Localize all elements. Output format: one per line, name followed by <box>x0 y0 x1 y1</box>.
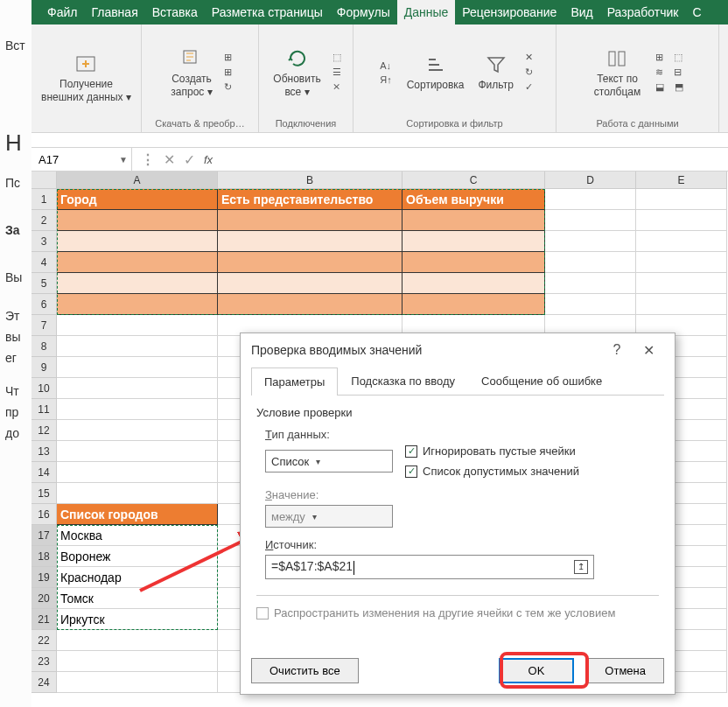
cell[interactable]: Краснодар <box>57 567 218 588</box>
cancel-button[interactable]: Отмена <box>586 658 664 683</box>
cell[interactable] <box>636 210 727 231</box>
cell[interactable] <box>218 252 402 273</box>
cell[interactable] <box>218 273 402 294</box>
cell[interactable] <box>57 483 218 504</box>
row-header-23[interactable]: 23 <box>32 651 57 672</box>
cell[interactable]: Город <box>57 189 218 210</box>
cell[interactable] <box>545 231 636 252</box>
cell[interactable] <box>402 210 545 231</box>
cell[interactable] <box>57 294 218 315</box>
ignore-blank-checkbox[interactable]: ✓ Игнорировать пустые ячейки <box>405 444 579 458</box>
tab-developer[interactable]: Разработчик <box>600 0 686 24</box>
row-header-4[interactable]: 4 <box>32 252 57 273</box>
cell[interactable] <box>57 231 218 252</box>
tab-input-hint[interactable]: Подсказка по вводу <box>338 367 468 395</box>
cell[interactable] <box>545 189 636 210</box>
row-header-5[interactable]: 5 <box>32 273 57 294</box>
col-header-B[interactable]: B <box>218 172 402 189</box>
cell[interactable] <box>57 252 218 273</box>
cancel-icon[interactable]: ✕ <box>164 151 175 168</box>
cell[interactable] <box>402 273 545 294</box>
cell[interactable]: Москва <box>57 525 218 546</box>
mini-btn[interactable]: ⊞ <box>221 51 234 64</box>
select-all-triangle[interactable] <box>32 172 57 189</box>
refresh-all-button[interactable]: Обновить все ▾ <box>268 43 326 102</box>
cell[interactable] <box>636 189 727 210</box>
cell[interactable] <box>402 231 545 252</box>
cell[interactable] <box>545 294 636 315</box>
mini-btn[interactable]: ⊟ <box>671 66 684 79</box>
row-header-9[interactable]: 9 <box>32 357 57 378</box>
row-header-3[interactable]: 3 <box>32 231 57 252</box>
clear-all-button[interactable]: Очистить все <box>251 658 359 683</box>
source-range-input[interactable]: =$A$17:$A$21 ↥ <box>265 555 594 579</box>
cell[interactable] <box>636 273 727 294</box>
cell[interactable] <box>57 273 218 294</box>
row-header-24[interactable]: 24 <box>32 672 57 693</box>
cell[interactable] <box>57 630 218 651</box>
row-header-19[interactable]: 19 <box>32 567 57 588</box>
mini-btn[interactable]: ✕ <box>522 51 536 64</box>
mini-btn[interactable]: ⬚ <box>330 51 344 64</box>
tab-home[interactable]: Главная <box>84 0 144 24</box>
tab-more[interactable]: С <box>685 0 708 24</box>
get-external-data-button[interactable]: Получение внешних данных ▾ <box>36 48 136 107</box>
row-header-11[interactable]: 11 <box>32 399 57 420</box>
sort-asc-button[interactable]: А↓ <box>377 60 394 72</box>
col-header-D[interactable]: D <box>545 172 636 189</box>
cell[interactable]: Есть представительство <box>218 189 402 210</box>
close-button[interactable]: ✕ <box>633 342 664 359</box>
tab-page-layout[interactable]: Разметка страницы <box>205 0 330 24</box>
more-icon[interactable]: ⋮ <box>141 151 155 168</box>
cell[interactable] <box>57 315 218 336</box>
mini-btn[interactable]: ⊞ <box>653 51 666 64</box>
row-header-7[interactable]: 7 <box>32 315 57 336</box>
cell[interactable] <box>636 231 727 252</box>
cell[interactable]: Объем выручки <box>402 189 545 210</box>
cell[interactable] <box>57 210 218 231</box>
col-header-E[interactable]: E <box>636 172 727 189</box>
cell[interactable]: Список городов <box>57 504 218 525</box>
formula-bar-input[interactable] <box>221 148 728 171</box>
row-header-20[interactable]: 20 <box>32 588 57 609</box>
mini-btn[interactable]: ⬒ <box>672 80 686 94</box>
new-query-button[interactable]: Создать запрос ▾ <box>165 43 217 102</box>
mini-btn[interactable]: ↻ <box>221 80 234 94</box>
cell[interactable] <box>57 441 218 462</box>
cell[interactable] <box>57 357 218 378</box>
sort-button[interactable]: Сортировка <box>402 49 470 94</box>
col-header-A[interactable]: A <box>57 172 218 189</box>
in-cell-dropdown-checkbox[interactable]: ✓ Список допустимых значений <box>405 465 579 478</box>
tab-error-message[interactable]: Сообщение об ошибке <box>468 367 615 395</box>
filter-button[interactable]: Фильтр <box>473 49 519 94</box>
mini-btn[interactable]: ⬚ <box>671 51 685 64</box>
row-header-1[interactable]: 1 <box>32 189 57 210</box>
chevron-down-icon[interactable]: ▼ <box>119 155 128 164</box>
enter-icon[interactable]: ✓ <box>184 151 195 168</box>
cell[interactable] <box>57 336 218 357</box>
name-box[interactable]: A17 ▼ <box>32 148 132 171</box>
col-header-C[interactable]: C <box>402 172 545 189</box>
cell[interactable] <box>636 294 727 315</box>
cell[interactable]: Воронеж <box>57 546 218 567</box>
row-header-15[interactable]: 15 <box>32 483 57 504</box>
row-header-2[interactable]: 2 <box>32 210 57 231</box>
cell[interactable] <box>545 252 636 273</box>
row-header-6[interactable]: 6 <box>32 294 57 315</box>
sort-desc-button[interactable]: Я↑ <box>377 74 394 86</box>
row-header-16[interactable]: 16 <box>32 504 57 525</box>
mini-btn[interactable]: ≋ <box>653 66 666 79</box>
cell[interactable] <box>636 252 727 273</box>
row-header-12[interactable]: 12 <box>32 420 57 441</box>
row-header-21[interactable]: 21 <box>32 609 57 630</box>
mini-btn[interactable]: ✓ <box>522 80 536 94</box>
mini-btn[interactable]: ⊞ <box>221 66 234 79</box>
cell[interactable] <box>57 651 218 672</box>
cell[interactable] <box>402 294 545 315</box>
tab-data[interactable]: Данные <box>397 0 456 24</box>
cell[interactable] <box>57 462 218 483</box>
help-button[interactable]: ? <box>601 342 633 358</box>
tab-insert[interactable]: Вставка <box>145 0 205 24</box>
mini-btn[interactable]: ↻ <box>522 66 536 79</box>
row-header-22[interactable]: 22 <box>32 630 57 651</box>
